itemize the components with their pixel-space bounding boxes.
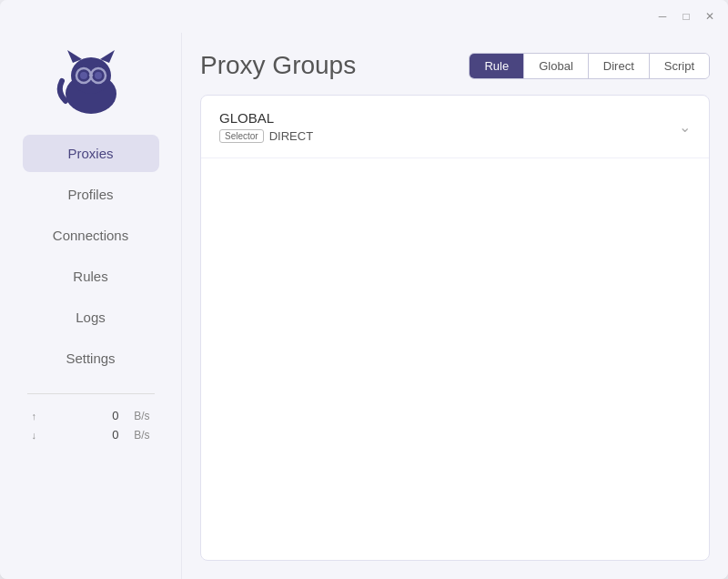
app-window: ─ □ ✕ — [0, 0, 728, 579]
download-arrow-icon: ↓ — [32, 430, 45, 441]
proxy-group-name: GLOBAL — [219, 110, 313, 126]
page-title: Proxy Groups — [200, 51, 356, 80]
content-area: Proxy Groups Rule Global Direct Script G… — [182, 33, 728, 579]
upload-speed-unit: B/s — [125, 410, 150, 422]
sidebar-item-connections[interactable]: Connections — [23, 217, 159, 254]
tab-group: Rule Global Direct Script — [469, 53, 710, 79]
tab-script[interactable]: Script — [650, 54, 709, 78]
proxy-group-left: GLOBAL Selector DIRECT — [219, 110, 313, 143]
proxy-list-container: GLOBAL Selector DIRECT ⌄ — [200, 95, 710, 561]
sidebar-item-proxies[interactable]: Proxies — [23, 135, 159, 172]
proxy-group-item[interactable]: GLOBAL Selector DIRECT ⌄ — [201, 96, 709, 158]
upload-arrow-icon: ↑ — [32, 411, 45, 422]
download-speed-unit: B/s — [125, 429, 150, 442]
sidebar: Proxies Profiles Connections Rules Logs … — [0, 33, 182, 579]
sidebar-item-settings[interactable]: Settings — [23, 340, 159, 377]
main-layout: Proxies Profiles Connections Rules Logs … — [0, 33, 728, 579]
svg-point-7 — [80, 72, 87, 79]
app-logo — [55, 46, 127, 119]
chevron-down-icon: ⌄ — [679, 118, 691, 136]
upload-speed-row: ↑ 0 B/s — [32, 409, 150, 422]
tab-rule[interactable]: Rule — [470, 54, 524, 78]
close-button[interactable]: ✕ — [703, 9, 717, 24]
speed-section: ↑ 0 B/s ↓ 0 B/s — [23, 409, 159, 442]
titlebar: ─ □ ✕ — [0, 0, 728, 33]
download-speed-value: 0 — [50, 428, 119, 442]
sidebar-item-rules[interactable]: Rules — [23, 258, 159, 295]
download-speed-row: ↓ 0 B/s — [32, 428, 150, 442]
proxy-group-current: DIRECT — [269, 129, 313, 143]
sidebar-item-profiles[interactable]: Profiles — [23, 176, 159, 213]
tab-direct[interactable]: Direct — [589, 54, 650, 78]
tab-global[interactable]: Global — [524, 54, 589, 78]
proxy-group-info: Selector DIRECT — [219, 129, 313, 143]
minimize-button[interactable]: ─ — [655, 9, 670, 24]
content-header: Proxy Groups Rule Global Direct Script — [200, 51, 710, 80]
sidebar-item-logs[interactable]: Logs — [23, 299, 159, 336]
maximize-button[interactable]: □ — [679, 9, 693, 24]
logo-area — [0, 42, 181, 133]
selector-badge: Selector — [219, 129, 264, 143]
sidebar-divider — [27, 393, 155, 394]
svg-point-8 — [95, 72, 102, 79]
upload-speed-value: 0 — [50, 409, 119, 422]
